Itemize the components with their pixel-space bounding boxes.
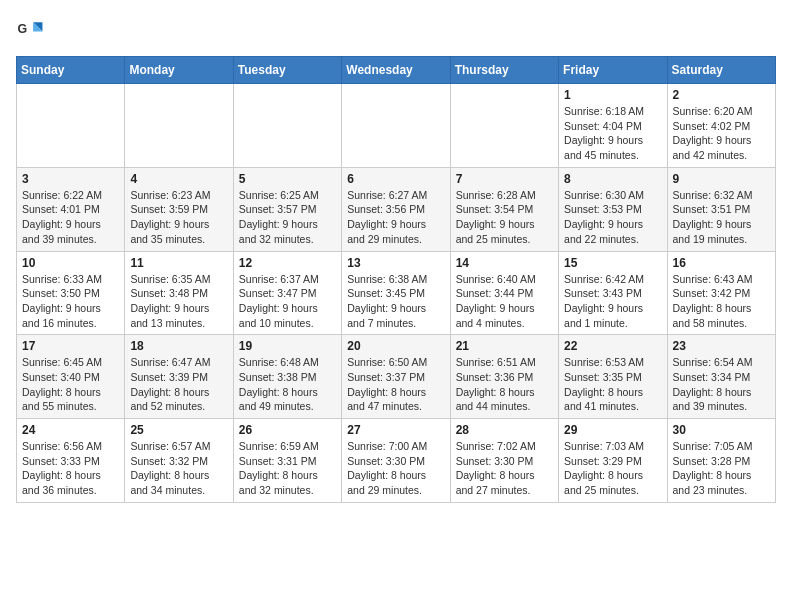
day-info: Sunrise: 6:23 AM Sunset: 3:59 PM Dayligh… — [130, 188, 227, 247]
day-info: Sunrise: 6:47 AM Sunset: 3:39 PM Dayligh… — [130, 355, 227, 414]
day-number: 10 — [22, 256, 119, 270]
calendar-week-row: 3Sunrise: 6:22 AM Sunset: 4:01 PM Daylig… — [17, 167, 776, 251]
day-info: Sunrise: 6:53 AM Sunset: 3:35 PM Dayligh… — [564, 355, 661, 414]
day-number: 1 — [564, 88, 661, 102]
calendar-cell: 15Sunrise: 6:42 AM Sunset: 3:43 PM Dayli… — [559, 251, 667, 335]
calendar-cell: 1Sunrise: 6:18 AM Sunset: 4:04 PM Daylig… — [559, 84, 667, 168]
day-info: Sunrise: 6:18 AM Sunset: 4:04 PM Dayligh… — [564, 104, 661, 163]
calendar-week-row: 17Sunrise: 6:45 AM Sunset: 3:40 PM Dayli… — [17, 335, 776, 419]
calendar-table: SundayMondayTuesdayWednesdayThursdayFrid… — [16, 56, 776, 503]
calendar-cell: 20Sunrise: 6:50 AM Sunset: 3:37 PM Dayli… — [342, 335, 450, 419]
calendar-cell: 12Sunrise: 6:37 AM Sunset: 3:47 PM Dayli… — [233, 251, 341, 335]
day-info: Sunrise: 6:48 AM Sunset: 3:38 PM Dayligh… — [239, 355, 336, 414]
calendar-cell: 13Sunrise: 6:38 AM Sunset: 3:45 PM Dayli… — [342, 251, 450, 335]
day-number: 20 — [347, 339, 444, 353]
day-info: Sunrise: 6:57 AM Sunset: 3:32 PM Dayligh… — [130, 439, 227, 498]
calendar-cell: 10Sunrise: 6:33 AM Sunset: 3:50 PM Dayli… — [17, 251, 125, 335]
day-of-week-header: Thursday — [450, 57, 558, 84]
day-number: 2 — [673, 88, 770, 102]
day-number: 8 — [564, 172, 661, 186]
day-of-week-header: Sunday — [17, 57, 125, 84]
calendar-cell — [125, 84, 233, 168]
day-number: 23 — [673, 339, 770, 353]
day-info: Sunrise: 6:38 AM Sunset: 3:45 PM Dayligh… — [347, 272, 444, 331]
day-info: Sunrise: 7:02 AM Sunset: 3:30 PM Dayligh… — [456, 439, 553, 498]
calendar-cell: 28Sunrise: 7:02 AM Sunset: 3:30 PM Dayli… — [450, 419, 558, 503]
day-number: 18 — [130, 339, 227, 353]
day-number: 25 — [130, 423, 227, 437]
day-info: Sunrise: 6:30 AM Sunset: 3:53 PM Dayligh… — [564, 188, 661, 247]
day-number: 27 — [347, 423, 444, 437]
day-info: Sunrise: 7:00 AM Sunset: 3:30 PM Dayligh… — [347, 439, 444, 498]
calendar-cell: 19Sunrise: 6:48 AM Sunset: 3:38 PM Dayli… — [233, 335, 341, 419]
day-number: 16 — [673, 256, 770, 270]
day-info: Sunrise: 6:20 AM Sunset: 4:02 PM Dayligh… — [673, 104, 770, 163]
day-number: 12 — [239, 256, 336, 270]
calendar-cell: 29Sunrise: 7:03 AM Sunset: 3:29 PM Dayli… — [559, 419, 667, 503]
day-info: Sunrise: 6:40 AM Sunset: 3:44 PM Dayligh… — [456, 272, 553, 331]
calendar-cell: 27Sunrise: 7:00 AM Sunset: 3:30 PM Dayli… — [342, 419, 450, 503]
day-number: 4 — [130, 172, 227, 186]
day-info: Sunrise: 6:59 AM Sunset: 3:31 PM Dayligh… — [239, 439, 336, 498]
day-info: Sunrise: 6:27 AM Sunset: 3:56 PM Dayligh… — [347, 188, 444, 247]
page-header: G — [16, 16, 776, 44]
day-number: 7 — [456, 172, 553, 186]
svg-text:G: G — [18, 22, 28, 36]
calendar-cell — [342, 84, 450, 168]
calendar-cell: 11Sunrise: 6:35 AM Sunset: 3:48 PM Dayli… — [125, 251, 233, 335]
day-number: 11 — [130, 256, 227, 270]
calendar-cell: 25Sunrise: 6:57 AM Sunset: 3:32 PM Dayli… — [125, 419, 233, 503]
day-number: 28 — [456, 423, 553, 437]
day-number: 13 — [347, 256, 444, 270]
calendar-cell: 9Sunrise: 6:32 AM Sunset: 3:51 PM Daylig… — [667, 167, 775, 251]
day-number: 9 — [673, 172, 770, 186]
calendar-week-row: 1Sunrise: 6:18 AM Sunset: 4:04 PM Daylig… — [17, 84, 776, 168]
day-number: 5 — [239, 172, 336, 186]
calendar-cell: 3Sunrise: 6:22 AM Sunset: 4:01 PM Daylig… — [17, 167, 125, 251]
day-info: Sunrise: 6:42 AM Sunset: 3:43 PM Dayligh… — [564, 272, 661, 331]
day-info: Sunrise: 7:05 AM Sunset: 3:28 PM Dayligh… — [673, 439, 770, 498]
calendar-cell: 14Sunrise: 6:40 AM Sunset: 3:44 PM Dayli… — [450, 251, 558, 335]
calendar-cell: 5Sunrise: 6:25 AM Sunset: 3:57 PM Daylig… — [233, 167, 341, 251]
day-number: 14 — [456, 256, 553, 270]
logo-icon: G — [16, 16, 44, 44]
day-number: 15 — [564, 256, 661, 270]
calendar-cell: 22Sunrise: 6:53 AM Sunset: 3:35 PM Dayli… — [559, 335, 667, 419]
day-info: Sunrise: 6:56 AM Sunset: 3:33 PM Dayligh… — [22, 439, 119, 498]
day-info: Sunrise: 7:03 AM Sunset: 3:29 PM Dayligh… — [564, 439, 661, 498]
day-number: 17 — [22, 339, 119, 353]
calendar-cell: 30Sunrise: 7:05 AM Sunset: 3:28 PM Dayli… — [667, 419, 775, 503]
day-of-week-header: Friday — [559, 57, 667, 84]
day-info: Sunrise: 6:51 AM Sunset: 3:36 PM Dayligh… — [456, 355, 553, 414]
calendar-cell: 8Sunrise: 6:30 AM Sunset: 3:53 PM Daylig… — [559, 167, 667, 251]
calendar-week-row: 24Sunrise: 6:56 AM Sunset: 3:33 PM Dayli… — [17, 419, 776, 503]
day-of-week-header: Tuesday — [233, 57, 341, 84]
calendar-cell: 16Sunrise: 6:43 AM Sunset: 3:42 PM Dayli… — [667, 251, 775, 335]
day-number: 3 — [22, 172, 119, 186]
day-of-week-header: Monday — [125, 57, 233, 84]
calendar-header-row: SundayMondayTuesdayWednesdayThursdayFrid… — [17, 57, 776, 84]
calendar-cell — [17, 84, 125, 168]
logo: G — [16, 16, 48, 44]
calendar-cell: 21Sunrise: 6:51 AM Sunset: 3:36 PM Dayli… — [450, 335, 558, 419]
day-info: Sunrise: 6:35 AM Sunset: 3:48 PM Dayligh… — [130, 272, 227, 331]
day-number: 22 — [564, 339, 661, 353]
day-info: Sunrise: 6:28 AM Sunset: 3:54 PM Dayligh… — [456, 188, 553, 247]
day-number: 21 — [456, 339, 553, 353]
day-info: Sunrise: 6:22 AM Sunset: 4:01 PM Dayligh… — [22, 188, 119, 247]
calendar-cell — [450, 84, 558, 168]
calendar-week-row: 10Sunrise: 6:33 AM Sunset: 3:50 PM Dayli… — [17, 251, 776, 335]
day-number: 6 — [347, 172, 444, 186]
calendar-cell: 2Sunrise: 6:20 AM Sunset: 4:02 PM Daylig… — [667, 84, 775, 168]
day-info: Sunrise: 6:33 AM Sunset: 3:50 PM Dayligh… — [22, 272, 119, 331]
calendar-cell: 26Sunrise: 6:59 AM Sunset: 3:31 PM Dayli… — [233, 419, 341, 503]
day-info: Sunrise: 6:32 AM Sunset: 3:51 PM Dayligh… — [673, 188, 770, 247]
calendar-cell: 24Sunrise: 6:56 AM Sunset: 3:33 PM Dayli… — [17, 419, 125, 503]
day-info: Sunrise: 6:54 AM Sunset: 3:34 PM Dayligh… — [673, 355, 770, 414]
calendar-cell — [233, 84, 341, 168]
day-info: Sunrise: 6:45 AM Sunset: 3:40 PM Dayligh… — [22, 355, 119, 414]
calendar-cell: 4Sunrise: 6:23 AM Sunset: 3:59 PM Daylig… — [125, 167, 233, 251]
calendar-cell: 23Sunrise: 6:54 AM Sunset: 3:34 PM Dayli… — [667, 335, 775, 419]
day-number: 29 — [564, 423, 661, 437]
day-of-week-header: Wednesday — [342, 57, 450, 84]
